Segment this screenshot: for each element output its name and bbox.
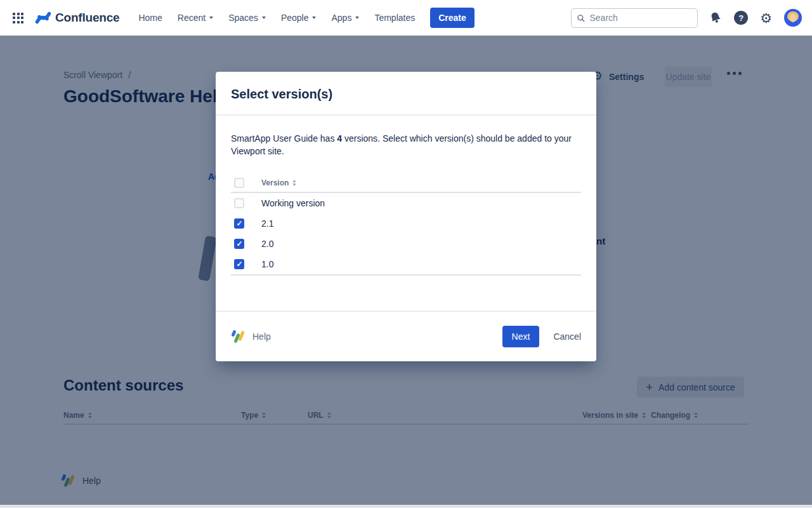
- confluence-logo-icon: [35, 10, 51, 26]
- version-checkbox[interactable]: [234, 198, 244, 208]
- dialog-title: Select version(s): [231, 87, 581, 102]
- dialog-description: SmartApp User Guide has 4 versions. Sele…: [231, 132, 577, 157]
- user-avatar[interactable]: [784, 9, 802, 27]
- version-column-header[interactable]: Version: [261, 178, 289, 187]
- version-row: Working version: [231, 193, 581, 213]
- version-label: 1.0: [261, 259, 273, 269]
- versions-table-header: Version: [231, 174, 581, 193]
- version-label: 2.0: [261, 239, 273, 249]
- version-row: 2.0: [231, 234, 581, 254]
- chevron-down-icon: [262, 17, 266, 19]
- dialog-footer: Help Next Cancel: [216, 311, 596, 361]
- search-input[interactable]: [590, 13, 693, 23]
- nav-item[interactable]: Apps: [331, 13, 359, 23]
- create-button[interactable]: Create: [430, 8, 475, 28]
- versions-table: Version Working version 2.1: [231, 174, 581, 276]
- version-checkbox[interactable]: [234, 259, 244, 269]
- dialog-help-link[interactable]: Help: [231, 329, 271, 344]
- select-all-checkbox[interactable]: [234, 178, 244, 188]
- dialog-header: Select version(s): [216, 72, 596, 116]
- help-icon[interactable]: [734, 11, 748, 25]
- chevron-down-icon: [312, 17, 316, 19]
- version-label: 2.1: [261, 218, 273, 229]
- version-label: Working version: [261, 198, 325, 208]
- nav-item[interactable]: People: [281, 13, 317, 23]
- screen: Confluence Home Recent Spaces: [0, 0, 812, 508]
- sort-icon: [292, 180, 296, 186]
- notifications-icon[interactable]: [708, 10, 724, 25]
- select-versions-dialog: Select version(s) SmartApp User Guide ha…: [216, 72, 596, 361]
- nav-item[interactable]: Templates: [374, 13, 415, 23]
- window-bottom-strip: [0, 505, 812, 508]
- confluence-logo[interactable]: Confluence: [35, 10, 119, 26]
- dialog-body: SmartApp User Guide has 4 versions. Sele…: [216, 116, 596, 276]
- nav-item[interactable]: Spaces: [228, 13, 266, 23]
- nav-item[interactable]: Home: [138, 13, 162, 23]
- top-navbar: Confluence Home Recent Spaces: [0, 0, 812, 36]
- product-name: Confluence: [55, 11, 119, 25]
- settings-gear-icon[interactable]: [760, 11, 772, 25]
- version-checkbox[interactable]: [234, 239, 244, 249]
- versions-table-rows: Working version 2.1 2.0: [231, 193, 581, 276]
- nav-item[interactable]: Recent: [178, 13, 213, 23]
- primary-nav: Home Recent Spaces People: [138, 13, 415, 23]
- chevron-down-icon: [355, 17, 359, 19]
- search-box: [571, 8, 698, 28]
- version-checkbox[interactable]: [234, 218, 244, 229]
- next-button[interactable]: Next: [502, 326, 540, 347]
- help-logo-icon: [231, 329, 246, 344]
- cancel-button[interactable]: Cancel: [553, 331, 581, 342]
- app-switcher-icon[interactable]: [13, 13, 23, 23]
- chevron-down-icon: [209, 17, 213, 19]
- search-icon: [577, 13, 585, 23]
- version-row: 2.1: [231, 213, 581, 234]
- version-row: 1.0: [231, 254, 581, 274]
